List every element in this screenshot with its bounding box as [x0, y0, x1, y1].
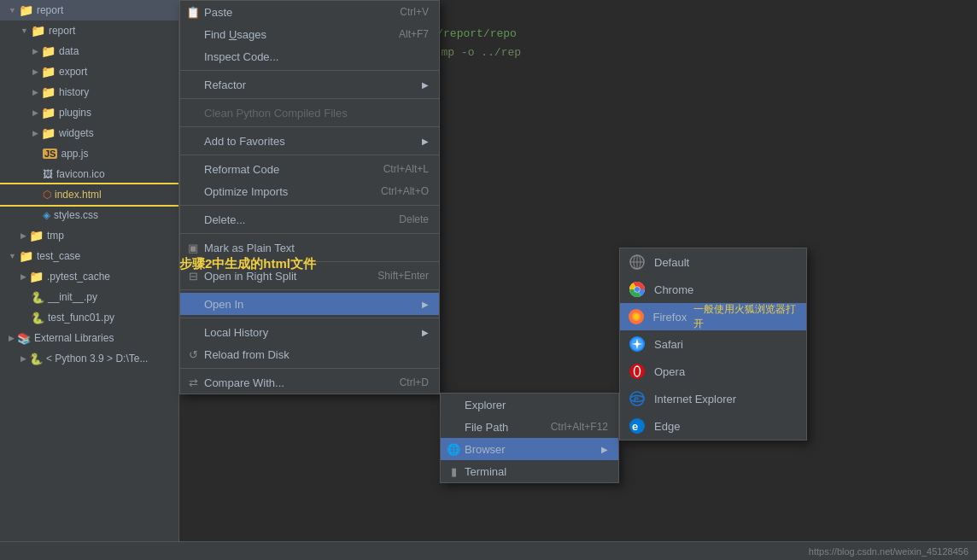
- tree-item-python39[interactable]: ▶ 🐍 < Python 3.9 > D:\Te...: [0, 348, 178, 369]
- tree-item-test-case[interactable]: ▼ 📁 test_case: [0, 246, 178, 266]
- browser-ie[interactable]: e Internet Explorer: [620, 385, 806, 412]
- tree-item-app-js[interactable]: JS app.js: [0, 143, 178, 164]
- browser-label: Default: [654, 256, 689, 269]
- menu-label: Terminal: [465, 465, 608, 478]
- default-browser-icon: [629, 254, 646, 271]
- tree-item-external-libs[interactable]: ▶ 📚 External Libraries: [0, 328, 178, 348]
- tree-item-index-html[interactable]: ⬡ index.html: [0, 184, 178, 205]
- menu-shortcut: Delete: [399, 213, 429, 225]
- menu-label: Add to Favorites: [204, 135, 415, 148]
- menu-label: Open in Right Split: [204, 270, 360, 283]
- menu-reload-disk[interactable]: ↺ Reload from Disk: [180, 343, 439, 365]
- folder-icon: 📁: [19, 3, 33, 17]
- menu-terminal[interactable]: ▮ Terminal: [441, 460, 618, 482]
- folder-icon: 📁: [29, 229, 44, 242]
- menu-mark-plain[interactable]: ▣ Mark as Plain Text: [180, 236, 439, 259]
- menu-optimize-imports[interactable]: Optimize Imports Ctrl+Alt+O: [180, 180, 439, 202]
- separator: [180, 155, 439, 155]
- menu-filepath[interactable]: File Path Ctrl+Alt+F12: [441, 416, 618, 438]
- separator: [180, 318, 439, 318]
- browser-firefox[interactable]: Firefox 一般使用火狐浏览器打开: [620, 303, 806, 330]
- expand-arrow: ▶: [32, 129, 38, 137]
- menu-reformat[interactable]: Reformat Code Ctrl+Alt+L: [180, 158, 439, 180]
- browser-opera[interactable]: Opera: [620, 358, 806, 385]
- menu-label: Open In: [204, 298, 415, 311]
- tree-item-favicon[interactable]: 🖼 favicon.ico: [0, 164, 178, 184]
- menu-delete[interactable]: Delete... Delete: [180, 208, 439, 230]
- folder-icon: 📁: [41, 126, 56, 140]
- tree-item-tmp[interactable]: ▶ 📁 tmp: [0, 225, 178, 246]
- menu-label: File Path: [465, 421, 534, 434]
- menu-clean-python: Clean Python Compiled Files: [180, 102, 439, 124]
- tree-label: tmp: [47, 230, 64, 242]
- html-file-icon: ⬡: [43, 189, 51, 201]
- tree-label: export: [59, 66, 87, 78]
- tree-item-pytest-cache[interactable]: ▶ 📁 .pytest_cache: [0, 266, 178, 287]
- browser-edge[interactable]: e Edge: [620, 412, 806, 440]
- tree-item-report-child[interactable]: ▼ 📁 report: [0, 20, 178, 41]
- menu-label: Paste: [204, 6, 383, 19]
- expand-arrow: ▶: [9, 334, 15, 342]
- tree-item-test-func[interactable]: 🐍 test_func01.py: [0, 307, 178, 328]
- folder-icon: 📁: [31, 24, 45, 38]
- menu-label: Refactor: [204, 79, 415, 91]
- menu-add-favorites[interactable]: Add to Favorites ▶: [180, 130, 439, 152]
- menu-refactor[interactable]: Refactor ▶: [180, 73, 439, 96]
- tree-item-plugins[interactable]: ▶ 📁 plugins: [0, 102, 178, 123]
- tree-label: styles.css: [54, 209, 98, 221]
- menu-shortcut: Ctrl+Alt+F12: [551, 421, 608, 433]
- menu-shortcut: Ctrl+Alt+O: [381, 185, 429, 197]
- svg-text:e: e: [634, 394, 639, 404]
- tree-item-export[interactable]: ▶ 📁 export: [0, 61, 178, 82]
- tree-item-history[interactable]: ▶ 📁 history: [0, 82, 178, 102]
- py-icon: 🐍: [29, 353, 43, 365]
- tree-item-init-py[interactable]: 🐍 __init__.py: [0, 287, 178, 307]
- tree-item-styles-css[interactable]: ◈ styles.css: [0, 205, 178, 225]
- separator: [180, 261, 439, 262]
- menu-find-usages[interactable]: Find Usages Alt+F7: [180, 23, 439, 45]
- expand-arrow: ▼: [20, 26, 28, 35]
- status-url: https://blog.csdn.net/weixin_45128456: [809, 546, 968, 557]
- menu-label: Mark as Plain Text: [204, 242, 429, 254]
- folder-icon: 📁: [19, 249, 33, 263]
- menu-label: Reformat Code: [204, 163, 366, 176]
- expand-arrow: ▶: [32, 47, 38, 55]
- browser-chrome[interactable]: Chrome: [620, 276, 806, 303]
- tree-label: report: [49, 25, 75, 37]
- tree-label: test_case: [37, 250, 80, 262]
- file-tree: ▼ 📁 report ▼ 📁 report ▶ 📁 data ▶ 📁 expor…: [0, 0, 179, 560]
- svg-point-6: [635, 287, 640, 292]
- context-menu: 📋 Paste Ctrl+V Find Usages Alt+F7 Inspec…: [179, 0, 440, 394]
- tree-item-widgets[interactable]: ▶ 📁 widgets: [0, 123, 178, 143]
- tree-label: app.js: [61, 148, 88, 160]
- tree-label: External Libraries: [34, 332, 114, 344]
- menu-local-history[interactable]: Local History ▶: [180, 321, 439, 343]
- submenu-arrow: ▶: [601, 445, 608, 454]
- expand-arrow: ▶: [20, 231, 26, 240]
- menu-label: Delete...: [204, 213, 382, 226]
- expand-arrow: ▶: [20, 354, 26, 363]
- browser-label: Edge: [654, 420, 680, 433]
- menu-label: Local History: [204, 326, 415, 339]
- menu-paste[interactable]: 📋 Paste Ctrl+V: [180, 1, 439, 23]
- py-file-icon: 🐍: [31, 312, 44, 324]
- menu-browser[interactable]: 🌐 Browser ▶: [441, 438, 618, 460]
- tree-item-report-root[interactable]: ▼ 📁 report: [0, 0, 178, 20]
- menu-compare-with[interactable]: ⇄ Compare With... Ctrl+D: [180, 371, 439, 394]
- menu-label: Inspect Code...: [204, 50, 429, 63]
- browser-icon: 🌐: [446, 443, 461, 456]
- browser-label: Safari: [654, 338, 683, 351]
- menu-open-in[interactable]: Open In ▶: [180, 293, 439, 315]
- lib-icon: 📚: [17, 332, 31, 345]
- menu-explorer[interactable]: Explorer: [441, 394, 618, 416]
- menu-shortcut: Shift+Enter: [377, 270, 429, 282]
- expand-arrow: ▶: [32, 108, 38, 117]
- menu-open-right-split[interactable]: ⊟ Open in Right Split Shift+Enter: [180, 265, 439, 287]
- menu-inspect-code[interactable]: Inspect Code...: [180, 45, 439, 67]
- menu-shortcut: Ctrl+V: [400, 6, 429, 18]
- browser-safari[interactable]: Safari: [620, 330, 806, 358]
- tree-item-data[interactable]: ▶ 📁 data: [0, 41, 178, 61]
- expand-arrow: ▼: [9, 252, 16, 260]
- browser-default[interactable]: Default: [620, 248, 806, 276]
- folder-icon: 📁: [41, 106, 56, 120]
